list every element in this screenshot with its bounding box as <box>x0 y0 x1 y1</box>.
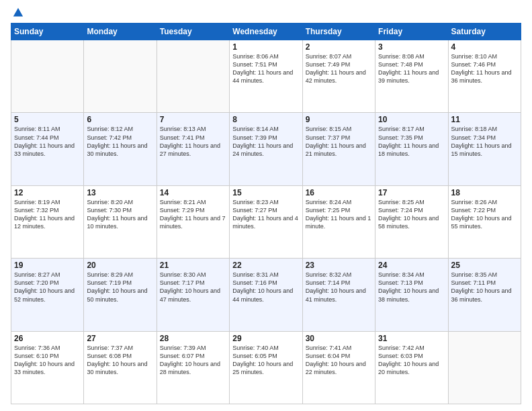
calendar-day-cell: 15Sunrise: 8:23 AMSunset: 7:27 PMDayligh… <box>230 185 302 258</box>
day-info: Sunrise: 8:29 AMSunset: 7:19 PMDaylight:… <box>87 271 153 304</box>
calendar-week-row: 12Sunrise: 8:19 AMSunset: 7:32 PMDayligh… <box>11 185 521 258</box>
calendar-day-cell: 6Sunrise: 8:12 AMSunset: 7:42 PMDaylight… <box>84 113 157 185</box>
day-info: Sunrise: 8:18 AMSunset: 7:34 PMDaylight:… <box>451 125 518 158</box>
day-info: Sunrise: 8:14 AMSunset: 7:39 PMDaylight:… <box>232 125 299 158</box>
day-info: Sunrise: 8:30 AMSunset: 7:17 PMDaylight:… <box>160 271 226 304</box>
calendar-day-cell: 11Sunrise: 8:18 AMSunset: 7:34 PMDayligh… <box>448 113 521 185</box>
day-info: Sunrise: 7:36 AMSunset: 6:10 PMDaylight:… <box>14 344 81 377</box>
calendar-day-cell <box>84 40 157 113</box>
day-info: Sunrise: 8:35 AMSunset: 7:11 PMDaylight:… <box>451 271 518 304</box>
day-number: 8 <box>232 115 299 124</box>
day-info: Sunrise: 8:27 AMSunset: 7:20 PMDaylight:… <box>14 271 81 304</box>
calendar-day-cell: 12Sunrise: 8:19 AMSunset: 7:32 PMDayligh… <box>11 185 84 258</box>
day-number: 18 <box>451 188 518 197</box>
calendar-day-cell: 16Sunrise: 8:24 AMSunset: 7:25 PMDayligh… <box>302 185 375 258</box>
weekday-header-friday: Friday <box>375 24 448 40</box>
day-info: Sunrise: 8:32 AMSunset: 7:14 PMDaylight:… <box>306 271 372 304</box>
calendar-day-cell: 17Sunrise: 8:25 AMSunset: 7:24 PMDayligh… <box>375 185 448 258</box>
day-number: 10 <box>378 115 445 124</box>
logo <box>11 7 24 19</box>
day-number: 31 <box>378 334 445 343</box>
day-number: 9 <box>306 115 372 124</box>
calendar-week-row: 1Sunrise: 8:06 AMSunset: 7:51 PMDaylight… <box>11 40 521 113</box>
calendar-week-row: 19Sunrise: 8:27 AMSunset: 7:20 PMDayligh… <box>11 259 521 331</box>
day-info: Sunrise: 8:12 AMSunset: 7:42 PMDaylight:… <box>87 125 153 158</box>
day-number: 11 <box>451 115 518 124</box>
day-info: Sunrise: 8:19 AMSunset: 7:32 PMDaylight:… <box>14 198 81 231</box>
day-info: Sunrise: 8:20 AMSunset: 7:30 PMDaylight:… <box>87 198 153 231</box>
day-number: 14 <box>160 188 226 197</box>
calendar-day-cell: 19Sunrise: 8:27 AMSunset: 7:20 PMDayligh… <box>11 259 84 331</box>
day-number: 30 <box>306 334 372 343</box>
weekday-header-tuesday: Tuesday <box>157 24 229 40</box>
calendar-day-cell: 29Sunrise: 7:40 AMSunset: 6:05 PMDayligh… <box>230 331 302 404</box>
calendar-day-cell: 21Sunrise: 8:30 AMSunset: 7:17 PMDayligh… <box>157 259 229 331</box>
calendar-day-cell: 30Sunrise: 7:41 AMSunset: 6:04 PMDayligh… <box>302 331 375 404</box>
day-number: 25 <box>451 261 518 270</box>
day-info: Sunrise: 7:37 AMSunset: 6:08 PMDaylight:… <box>87 344 153 377</box>
day-number: 19 <box>14 261 81 270</box>
day-number: 21 <box>160 261 226 270</box>
day-info: Sunrise: 8:25 AMSunset: 7:24 PMDaylight:… <box>378 198 445 231</box>
calendar-day-cell: 9Sunrise: 8:15 AMSunset: 7:37 PMDaylight… <box>302 113 375 185</box>
day-info: Sunrise: 8:08 AMSunset: 7:48 PMDaylight:… <box>378 52 445 85</box>
day-number: 16 <box>306 188 372 197</box>
day-info: Sunrise: 8:15 AMSunset: 7:37 PMDaylight:… <box>306 125 372 158</box>
calendar-day-cell: 3Sunrise: 8:08 AMSunset: 7:48 PMDaylight… <box>375 40 448 113</box>
day-number: 26 <box>14 334 81 343</box>
day-number: 7 <box>160 115 226 124</box>
calendar-day-cell: 1Sunrise: 8:06 AMSunset: 7:51 PMDaylight… <box>230 40 302 113</box>
logo-icon <box>12 7 24 19</box>
day-info: Sunrise: 8:21 AMSunset: 7:29 PMDaylight:… <box>160 198 226 231</box>
day-number: 2 <box>306 42 372 52</box>
calendar-day-cell: 8Sunrise: 8:14 AMSunset: 7:39 PMDaylight… <box>230 113 302 185</box>
calendar-table: SundayMondayTuesdayWednesdayThursdayFrid… <box>11 23 521 404</box>
day-info: Sunrise: 8:31 AMSunset: 7:16 PMDaylight:… <box>232 271 299 304</box>
svg-marker-0 <box>13 8 23 17</box>
calendar-day-cell: 5Sunrise: 8:11 AMSunset: 7:44 PMDaylight… <box>11 113 84 185</box>
calendar-day-cell: 13Sunrise: 8:20 AMSunset: 7:30 PMDayligh… <box>84 185 157 258</box>
day-number: 6 <box>87 115 153 124</box>
calendar-day-cell: 7Sunrise: 8:13 AMSunset: 7:41 PMDaylight… <box>157 113 229 185</box>
day-info: Sunrise: 8:17 AMSunset: 7:35 PMDaylight:… <box>378 125 445 158</box>
day-info: Sunrise: 8:11 AMSunset: 7:44 PMDaylight:… <box>14 125 81 158</box>
day-info: Sunrise: 8:10 AMSunset: 7:46 PMDaylight:… <box>451 52 518 85</box>
calendar-week-row: 26Sunrise: 7:36 AMSunset: 6:10 PMDayligh… <box>11 331 521 404</box>
day-info: Sunrise: 8:07 AMSunset: 7:49 PMDaylight:… <box>306 52 372 85</box>
day-number: 29 <box>232 334 299 343</box>
weekday-header-monday: Monday <box>84 24 157 40</box>
calendar-day-cell: 25Sunrise: 8:35 AMSunset: 7:11 PMDayligh… <box>448 259 521 331</box>
calendar-day-cell: 31Sunrise: 7:42 AMSunset: 6:03 PMDayligh… <box>375 331 448 404</box>
calendar-day-cell: 24Sunrise: 8:34 AMSunset: 7:13 PMDayligh… <box>375 259 448 331</box>
day-info: Sunrise: 7:42 AMSunset: 6:03 PMDaylight:… <box>378 344 445 377</box>
calendar-day-cell <box>448 331 521 404</box>
day-number: 24 <box>378 261 445 270</box>
weekday-header-saturday: Saturday <box>448 24 521 40</box>
day-number: 28 <box>160 334 226 343</box>
calendar-day-cell: 28Sunrise: 7:39 AMSunset: 6:07 PMDayligh… <box>157 331 229 404</box>
weekday-header-thursday: Thursday <box>302 24 375 40</box>
calendar-day-cell <box>157 40 229 113</box>
day-info: Sunrise: 8:06 AMSunset: 7:51 PMDaylight:… <box>232 52 299 85</box>
day-info: Sunrise: 8:13 AMSunset: 7:41 PMDaylight:… <box>160 125 226 158</box>
calendar-day-cell: 22Sunrise: 8:31 AMSunset: 7:16 PMDayligh… <box>230 259 302 331</box>
day-info: Sunrise: 8:26 AMSunset: 7:22 PMDaylight:… <box>451 198 518 231</box>
calendar-day-cell: 27Sunrise: 7:37 AMSunset: 6:08 PMDayligh… <box>84 331 157 404</box>
calendar-week-row: 5Sunrise: 8:11 AMSunset: 7:44 PMDaylight… <box>11 113 521 185</box>
page: SundayMondayTuesdayWednesdayThursdayFrid… <box>0 0 532 411</box>
day-number: 4 <box>451 42 518 52</box>
header <box>11 7 521 19</box>
day-number: 23 <box>306 261 372 270</box>
calendar-day-cell <box>11 40 84 113</box>
day-number: 12 <box>14 188 81 197</box>
day-number: 1 <box>232 42 299 52</box>
day-info: Sunrise: 8:34 AMSunset: 7:13 PMDaylight:… <box>378 271 445 304</box>
day-info: Sunrise: 7:39 AMSunset: 6:07 PMDaylight:… <box>160 344 226 377</box>
calendar-day-cell: 20Sunrise: 8:29 AMSunset: 7:19 PMDayligh… <box>84 259 157 331</box>
calendar-day-cell: 4Sunrise: 8:10 AMSunset: 7:46 PMDaylight… <box>448 40 521 113</box>
weekday-header-row: SundayMondayTuesdayWednesdayThursdayFrid… <box>11 24 521 40</box>
calendar-day-cell: 10Sunrise: 8:17 AMSunset: 7:35 PMDayligh… <box>375 113 448 185</box>
weekday-header-sunday: Sunday <box>11 24 84 40</box>
calendar-day-cell: 2Sunrise: 8:07 AMSunset: 7:49 PMDaylight… <box>302 40 375 113</box>
day-number: 27 <box>87 334 153 343</box>
